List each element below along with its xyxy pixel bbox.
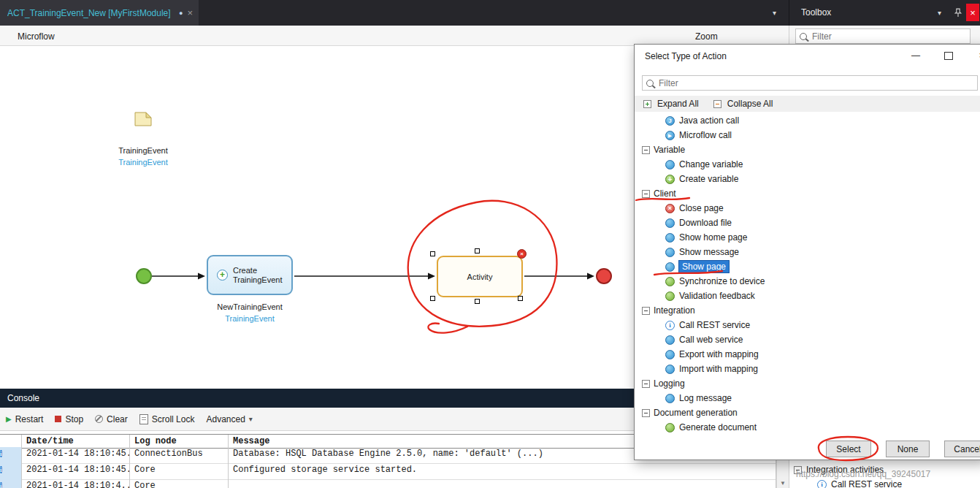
tree-item-java-action-call[interactable]: Java action call [635, 113, 980, 128]
toolbox-chevron-down-icon[interactable]: ▾ [938, 9, 941, 17]
show-message-icon [665, 248, 675, 257]
collapse-all-button[interactable]: Collapse All [727, 99, 773, 109]
entity-type-link: TrainingEvent [107, 158, 180, 167]
scroll-lock-button[interactable]: Scroll Lock [139, 414, 195, 424]
info-icon [0, 466, 2, 473]
info-icon [0, 482, 2, 488]
document-tab-bar: ACT_TrainingEvent_New [MyFirstModule] ● … [0, 0, 789, 26]
dialog-filter[interactable] [642, 75, 978, 91]
activity-node[interactable]: Activity [437, 256, 523, 297]
log-row[interactable]: 2021-01-14 18:10:4... Core [0, 479, 776, 488]
tree-group-client[interactable]: Client [635, 186, 980, 201]
tree-item-show-home-page[interactable]: Show home page [635, 230, 980, 245]
start-event[interactable] [136, 268, 152, 284]
export-mapping-icon [665, 350, 675, 359]
scroll-down-icon[interactable]: ▼ [777, 480, 789, 487]
tree-item-import-with-mapping[interactable]: Import with mapping [635, 362, 980, 376]
synchronize-icon [665, 277, 675, 286]
generate-document-icon [665, 423, 675, 432]
maximize-icon[interactable] [938, 45, 960, 66]
collapse-expander-icon[interactable] [642, 146, 650, 154]
create-variable-icon [665, 175, 675, 184]
expand-all-button[interactable]: Expand All [657, 99, 699, 109]
tree-group-document-generation[interactable]: Document generation [635, 405, 980, 420]
expand-collapse-bar: Expand All Collapse All [635, 96, 980, 112]
none-button[interactable]: None [886, 441, 930, 457]
log-level-column [0, 435, 22, 448]
selection-handle[interactable] [430, 251, 435, 256]
modified-dot-icon: ● [179, 9, 183, 17]
import-mapping-icon [665, 365, 675, 374]
tree-group-variable[interactable]: Variable [635, 142, 980, 157]
tree-group-logging[interactable]: Logging [635, 376, 980, 391]
create-object-icon: + [217, 270, 228, 281]
tree-item-generate-document[interactable]: Generate document [635, 420, 980, 435]
collapse-expander-icon[interactable] [642, 307, 650, 315]
tree-item-call-rest-service[interactable]: Call REST service [635, 318, 980, 332]
expand-all-icon [643, 100, 651, 108]
dialog-filter-input[interactable] [657, 77, 973, 89]
collapse-expander-icon[interactable] [642, 409, 650, 417]
tree-item-call-web-service[interactable]: Call web service [635, 332, 980, 347]
tree-item-log-message[interactable]: Log message [635, 391, 980, 405]
select-action-dialog: Select Type of Action — × Expand All Col… [634, 44, 980, 460]
log-message-icon [665, 394, 675, 403]
dialog-title-bar[interactable]: Select Type of Action [635, 45, 980, 68]
tree-item-synchronize-to-device[interactable]: Synchronize to device [635, 274, 980, 289]
search-icon [646, 80, 654, 87]
stop-button[interactable]: Stop [55, 414, 83, 424]
create-variable-name-label: NewTrainingEvent [206, 302, 294, 311]
tree-group-integration[interactable]: Integration [635, 303, 980, 318]
toolbox-item-label: Call REST service [831, 479, 902, 488]
log-row[interactable]: 2021-01-14 18:10:45... Core Configured s… [0, 463, 776, 480]
tree-item-microflow-call[interactable]: Microflow call [635, 128, 980, 142]
selection-handle[interactable] [430, 296, 435, 301]
tab-act-trainingevent-new[interactable]: ACT_TrainingEvent_New [MyFirstModule] ● … [0, 0, 199, 26]
end-event[interactable] [596, 268, 612, 284]
entity-icon[interactable] [134, 112, 152, 126]
restart-button[interactable]: ▶Restart [6, 414, 43, 424]
tree-item-change-variable[interactable]: Change variable [635, 157, 980, 172]
java-action-call-icon [665, 116, 675, 126]
selection-handle[interactable] [475, 299, 480, 304]
dialog-title: Select Type of Action [645, 51, 727, 61]
tree-item-download-file[interactable]: Download file [635, 216, 980, 230]
clear-button[interactable]: Clear [95, 414, 128, 424]
microflow-mode-label: Microflow [18, 31, 55, 42]
advanced-button[interactable]: Advanced▾ [206, 414, 252, 424]
error-badge-icon: × [517, 249, 527, 259]
cancel-button[interactable]: Cancel [944, 441, 980, 457]
call-rest-service-icon [817, 480, 827, 488]
toolbox-close-icon[interactable]: × [966, 4, 979, 21]
close-page-icon [665, 204, 675, 213]
clear-icon [95, 415, 103, 423]
validation-feedback-icon [665, 291, 675, 301]
collapse-expander-icon[interactable] [642, 380, 650, 388]
microflow-toolbar: Microflow [a Zoom 100% ▾ [0, 26, 789, 46]
tree-item-validation-feedback[interactable]: Validation feedback [635, 289, 980, 303]
minimize-icon[interactable]: — [905, 45, 927, 66]
toolbox-item-call-rest-service[interactable]: Call REST service [817, 479, 902, 488]
create-object-activity[interactable]: + Create TrainingEvent [207, 255, 293, 295]
select-button[interactable]: Select [826, 441, 871, 457]
zoom-label: Zoom [695, 31, 718, 42]
change-variable-icon [665, 160, 675, 169]
selection-handle[interactable] [518, 296, 523, 301]
tab-close-icon[interactable]: × [187, 8, 193, 18]
tab-overflow-chevron-icon[interactable]: ▾ [773, 9, 776, 17]
toolbox-filter[interactable] [795, 28, 971, 44]
tree-item-export-with-mapping[interactable]: Export with mapping [635, 347, 980, 362]
selection-handle[interactable] [475, 248, 480, 253]
call-web-service-icon [665, 335, 675, 345]
download-file-icon [665, 218, 675, 228]
tree-item-show-page[interactable]: Show page [635, 259, 980, 274]
pin-icon[interactable] [954, 8, 962, 18]
collapse-expander-icon[interactable] [642, 190, 650, 198]
watermark-text: https://blog.csdn.net/qq_39245017 [796, 469, 930, 479]
toolbox-filter-input[interactable] [811, 31, 966, 42]
tree-item-show-message[interactable]: Show message [635, 245, 980, 259]
collapse-all-icon [713, 100, 721, 108]
tree-item-close-page[interactable]: Close page [635, 201, 980, 216]
close-icon[interactable]: × [971, 45, 980, 66]
tree-item-create-variable[interactable]: Create variable [635, 172, 980, 186]
